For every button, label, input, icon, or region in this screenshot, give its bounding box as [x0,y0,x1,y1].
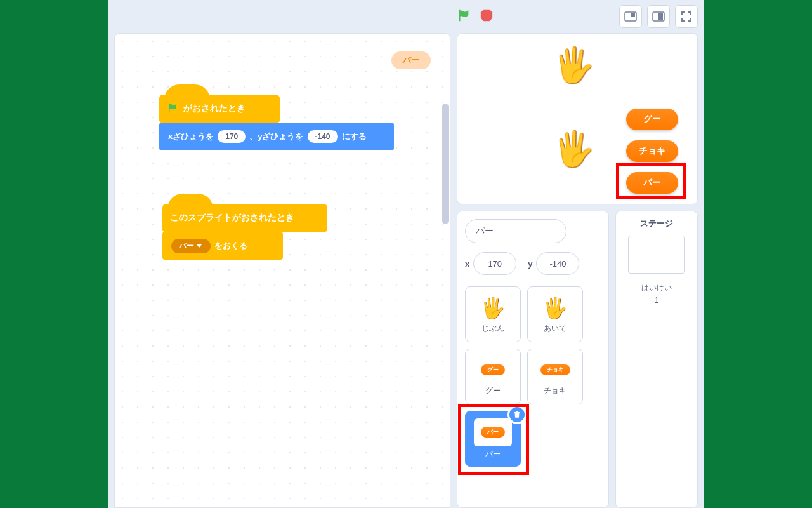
svg-rect-4 [658,13,663,20]
sprite-name-input[interactable] [465,219,566,243]
sprite-info-panel: x y 🖐️ じぶん 🖐️ あいて [457,211,609,508]
hand-opponent-icon: 🖐️ [553,45,595,85]
pill-icon: パー [481,427,505,438]
x-input[interactable]: 170 [218,130,246,143]
chevron-down-icon [197,244,202,248]
large-stage-button[interactable] [647,5,670,28]
ghost-result-pill: パー [391,51,431,69]
sprite-tile-aite[interactable]: 🖐️ あいて [527,286,583,342]
text: xざひょうを [168,131,214,142]
sprite-label: チョキ [544,385,566,396]
broadcast-dropdown[interactable]: パー [171,239,211,253]
sprite-tile-jibun[interactable]: 🖐️ じぶん [465,286,521,342]
fullscreen-button[interactable] [675,5,698,28]
sprite-label: あいて [544,323,566,334]
block-broadcast[interactable]: パー をおくる [162,232,283,260]
sprite-list: 🖐️ じぶん 🖐️ あいて グー グー チョキ [465,286,601,467]
sprite-label: グー [485,385,501,396]
pill-icon: チョキ [540,364,570,375]
stage-thumbnail[interactable] [628,236,685,274]
backdrop-label: はいけい [641,283,672,293]
sprite-tile-gu[interactable]: グー グー [465,349,521,404]
pill-icon: グー [481,364,505,375]
hat-label: がおされたとき [183,103,246,114]
stage-button-paper[interactable]: パー [626,172,678,194]
stop-button[interactable] [480,8,494,25]
hand-self-icon: 🖐️ [553,129,595,169]
y-label: y [528,259,532,269]
backdrop-count: 1 [655,296,659,305]
stage-button-rock[interactable]: グー [626,109,678,130]
text: にする [342,131,367,142]
hand-icon: 🖐️ [480,295,506,321]
sprite-label: じぶん [481,323,504,334]
sprite-tile-choki[interactable]: チョキ チョキ [527,349,583,404]
topbar [108,0,704,33]
x-label: x [465,259,469,269]
delete-sprite-button[interactable] [508,405,527,424]
code-area[interactable]: パー がおされたとき xざひょうを 170 、yざひょうを -140 にする こ… [114,33,450,508]
stage-button-scissors[interactable]: チョキ [626,140,678,162]
hat-when-flag-clicked[interactable]: がおされたとき [159,95,280,123]
text: 、yざひょうを [249,131,303,142]
text: をおくる [214,240,247,251]
scrollbar[interactable] [442,104,449,224]
hat-label: このスプライトがおされたとき [170,212,294,224]
stage-panel-title: ステージ [640,218,673,229]
hat-when-sprite-clicked[interactable]: このスプライトがおされたとき [162,204,327,232]
block-goto-xy[interactable]: xざひょうを 170 、yざひょうを -140 にする [159,123,394,150]
svg-marker-0 [481,10,492,21]
sprite-tile-pa[interactable]: パー パー [465,411,521,467]
dropdown-value: パー [179,241,194,251]
svg-rect-2 [631,13,635,17]
sprite-label: パー [485,449,501,460]
sprite-x-input[interactable] [473,252,516,275]
small-stage-button[interactable] [619,5,642,28]
flag-icon [167,102,178,116]
stage[interactable]: 🖐️ 🖐️ グー チョキ パー [457,33,698,204]
green-flag-button[interactable] [457,8,471,25]
trash-icon [513,410,521,419]
sprite-y-input[interactable] [536,252,579,275]
stage-selector-panel[interactable]: ステージ はいけい 1 [615,211,698,508]
y-input[interactable]: -140 [308,130,338,143]
hand-icon: 🖐️ [542,295,568,321]
